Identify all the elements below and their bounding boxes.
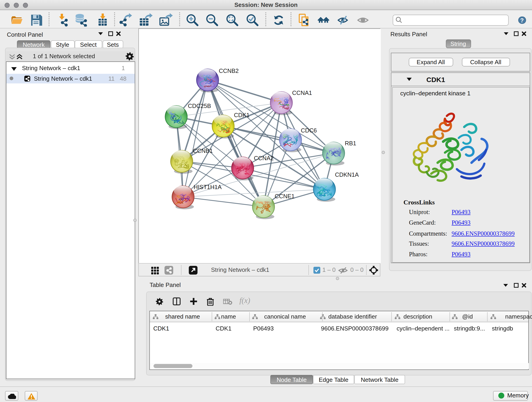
svg-text:CCNB2: CCNB2 [219,68,239,74]
svg-text:CCNA1: CCNA1 [292,89,312,96]
svg-text:CCNB1: CCNB1 [193,148,213,154]
svg-text:CDC6: CDC6 [301,127,317,134]
svg-text:CCNA2: CCNA2 [254,155,273,161]
svg-text:RB1: RB1 [345,140,356,147]
svg-text:CDKN1A: CDKN1A [335,172,359,178]
svg-text:CDC25B: CDC25B [188,103,211,109]
svg-text:HIST1H1A: HIST1H1A [193,184,222,190]
svg-text:CDK1: CDK1 [234,112,249,118]
svg-text:CCNE1: CCNE1 [274,193,294,199]
